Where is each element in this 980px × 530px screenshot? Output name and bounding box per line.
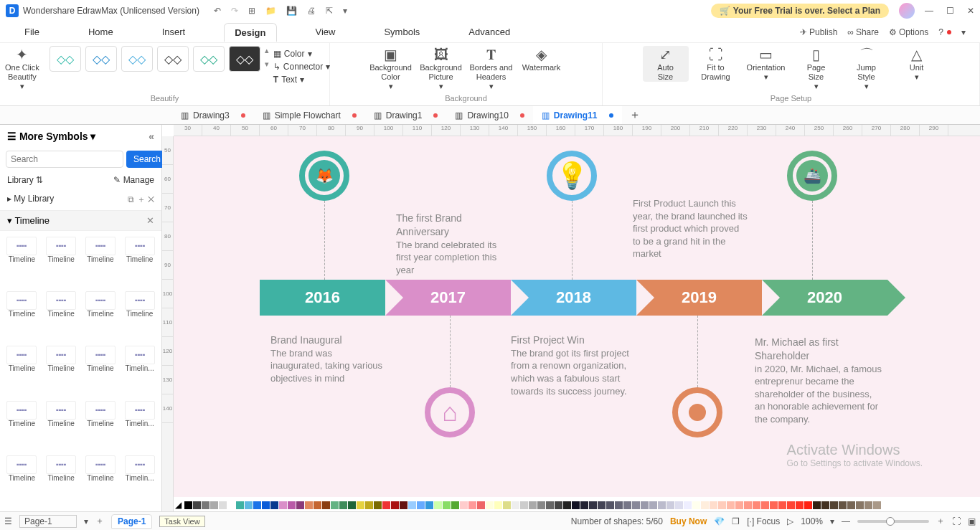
color-swatch[interactable] xyxy=(468,501,476,509)
color-swatch[interactable] xyxy=(649,501,657,509)
color-swatch[interactable] xyxy=(598,501,606,509)
fit-to-drawing[interactable]: ⛶Fit to Drawing xyxy=(693,46,739,82)
color-swatch[interactable] xyxy=(503,501,511,509)
color-picker-icon[interactable]: ◢ xyxy=(175,500,182,510)
maximize-icon[interactable]: ☐ xyxy=(946,6,954,16)
timeline-shape-thumb[interactable]: ╍╍Timeline xyxy=(82,344,120,397)
timeline-shape-thumb[interactable]: ╍╍Timeline xyxy=(3,290,41,343)
timeline-shape-thumb[interactable]: ╍╍Timeline xyxy=(42,344,80,397)
color-swatch[interactable] xyxy=(477,501,485,509)
color-swatch[interactable] xyxy=(804,501,812,509)
timeline-shape-thumb[interactable]: ╍╍Timeline xyxy=(121,235,159,288)
color-swatch[interactable] xyxy=(684,501,692,509)
color-swatch[interactable] xyxy=(770,501,778,509)
color-swatch[interactable] xyxy=(666,501,674,509)
drawing-canvas[interactable]: 🦊 💡 🚢 ⌂ 2016 2017 2018 2019 2020 The fir… xyxy=(174,136,980,497)
timeline-icon-2019[interactable] xyxy=(672,387,722,437)
color-swatch[interactable] xyxy=(761,501,769,509)
color-swatch[interactable] xyxy=(210,501,218,509)
color-swatch[interactable] xyxy=(778,501,786,509)
color-swatch[interactable] xyxy=(357,501,364,509)
timeline-arrow-2016[interactable]: 2016 xyxy=(260,280,385,316)
color-swatch[interactable] xyxy=(374,501,382,509)
color-swatch[interactable] xyxy=(202,501,209,509)
color-swatch[interactable] xyxy=(365,501,373,509)
zoom-in-icon[interactable]: ＋ xyxy=(936,515,945,527)
color-swatch[interactable] xyxy=(460,501,468,509)
save-icon[interactable]: 💾 xyxy=(286,6,297,16)
fullscreen-icon[interactable]: ▣ xyxy=(968,516,976,526)
color-swatch[interactable] xyxy=(451,501,459,509)
color-swatch[interactable] xyxy=(563,501,571,509)
close-icon[interactable]: ✕ xyxy=(967,6,974,16)
color-swatch[interactable] xyxy=(632,501,640,509)
trial-banner[interactable]: 🛒 Your Free Trial is over. Select a Plan xyxy=(711,4,889,18)
timeline-text-2019[interactable]: First Product Launch this year, the bran… xyxy=(633,197,748,260)
timeline-icon-2016[interactable]: 🦊 xyxy=(299,151,349,201)
timeline-icon-2018[interactable]: 💡 xyxy=(547,151,597,201)
color-swatch[interactable] xyxy=(710,501,717,509)
color-swatch[interactable] xyxy=(589,501,597,509)
section-close-icon[interactable]: ✕ xyxy=(146,215,154,226)
my-library-toggle[interactable]: ▸ My Library xyxy=(7,194,54,206)
timeline-shape-thumb[interactable]: ╍╍Timeline xyxy=(82,235,120,288)
color-swatch[interactable] xyxy=(314,501,321,509)
color-swatch[interactable] xyxy=(580,501,588,509)
menu-file[interactable]: File xyxy=(14,23,50,41)
color-swatch[interactable] xyxy=(735,501,743,509)
theme-prev-icon[interactable]: ▴ xyxy=(265,46,269,55)
color-swatch[interactable] xyxy=(417,501,425,509)
more-symbols-toggle[interactable]: ☰ More Symbols ▾ xyxy=(7,131,95,142)
timeline-icon-2020[interactable]: 🚢 xyxy=(787,151,837,201)
lib-import-icon[interactable]: ⧉ xyxy=(128,194,134,204)
color-swatch[interactable] xyxy=(279,501,287,509)
unit[interactable]: △Unit ▾ xyxy=(894,46,940,82)
timeline-shape-thumb[interactable]: ╍╍Timelin... xyxy=(121,344,159,397)
color-swatch[interactable] xyxy=(227,501,235,509)
color-swatch[interactable] xyxy=(322,501,330,509)
color-swatch[interactable] xyxy=(856,501,864,509)
menu-advanced[interactable]: Advanced xyxy=(458,23,520,41)
color-swatch[interactable] xyxy=(787,501,795,509)
color-swatch[interactable] xyxy=(615,501,623,509)
timeline-shape-thumb[interactable]: ╍╍Timeline xyxy=(82,399,120,453)
color-swatch[interactable] xyxy=(641,501,649,509)
help-button[interactable]: ? xyxy=(938,27,951,37)
orientation[interactable]: ▭Orientation ▾ xyxy=(743,46,789,82)
color-swatch[interactable] xyxy=(873,501,881,509)
color-swatch[interactable] xyxy=(288,501,296,509)
theme-style-4[interactable]: ◇◇ xyxy=(157,46,189,72)
menu-view[interactable]: View xyxy=(306,23,346,41)
qat-more-icon[interactable]: ▾ xyxy=(343,6,347,16)
jump-style[interactable]: ⌒Jump Style ▾ xyxy=(844,46,890,92)
doc-tab-drawing1[interactable]: ▥ Drawing1 xyxy=(365,106,447,124)
timeline-shape-thumb[interactable]: ╍╍Timeline xyxy=(3,454,41,507)
zoom-out-icon[interactable]: — xyxy=(842,516,850,526)
color-swatch[interactable] xyxy=(623,501,631,509)
timeline-shape-thumb[interactable]: ╍╍Timeline xyxy=(42,454,80,507)
timeline-shape-thumb[interactable]: ╍╍Timeline xyxy=(3,399,41,453)
timeline-shape-thumb[interactable]: ╍╍Timeline xyxy=(82,290,120,343)
color-swatch[interactable] xyxy=(348,501,356,509)
color-swatch[interactable] xyxy=(847,501,855,509)
lib-close-icon[interactable]: ✕ xyxy=(148,194,154,204)
print-icon[interactable]: 🖨 xyxy=(307,6,316,16)
color-swatch[interactable] xyxy=(236,501,244,509)
zoom-slider[interactable] xyxy=(857,520,929,523)
color-swatch[interactable] xyxy=(193,501,201,509)
menu-insert[interactable]: Insert xyxy=(152,23,196,41)
user-avatar[interactable] xyxy=(899,3,915,19)
doc-tab-drawing10[interactable]: ▥ Drawing10 xyxy=(446,106,532,124)
color-swatch[interactable] xyxy=(296,501,304,509)
buy-now-link[interactable]: Buy Now xyxy=(670,516,707,526)
color-swatch[interactable] xyxy=(425,501,433,509)
doc-tab-simple-flowchart[interactable]: ▥ Simple Flowchart xyxy=(254,106,365,124)
auto-size[interactable]: ⤢Auto Size xyxy=(643,46,689,82)
color-swatch[interactable] xyxy=(718,501,726,509)
section-timeline-toggle[interactable]: ▾ Timeline xyxy=(7,215,50,226)
color-swatch[interactable] xyxy=(839,501,847,509)
timeline-arrow-2019[interactable]: 2019 xyxy=(636,280,762,316)
color-swatch[interactable] xyxy=(391,501,399,509)
watermark[interactable]: ◈Watermark xyxy=(519,46,565,72)
theme-style-3[interactable]: ◇◇ xyxy=(121,46,153,72)
